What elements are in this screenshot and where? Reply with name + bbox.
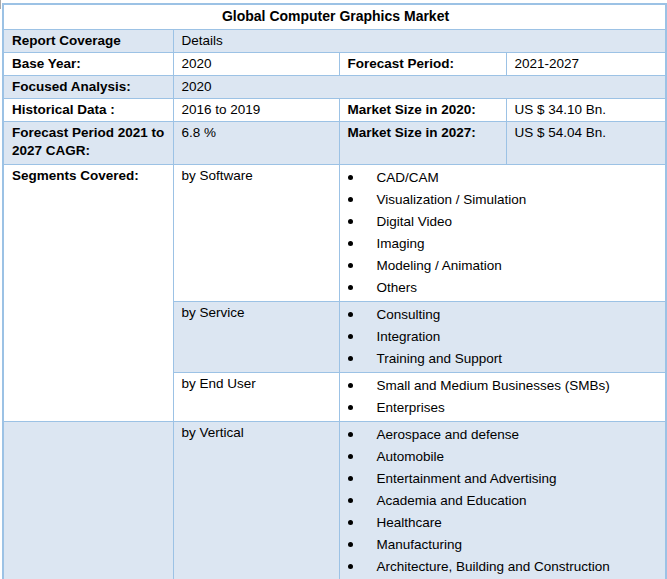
list-item: Manufacturing <box>348 534 660 556</box>
list-item-label: Manufacturing <box>377 534 463 556</box>
empty-cell <box>3 421 173 579</box>
cagr-value: 6.8 % <box>173 121 339 164</box>
list-item-label: Others <box>377 277 418 299</box>
list-item-label: CAD/CAM <box>377 167 439 189</box>
segment-items-end-user: Small and Medium Businesses (SMBs) Enter… <box>339 372 666 421</box>
list-item-label: Automobile <box>377 446 445 468</box>
report-coverage-table-page: Global Computer Graphics Market Report C… <box>0 0 667 579</box>
bullet-icon <box>348 454 353 459</box>
market-size-2027-value: US $ 54.04 Bn. <box>506 121 666 164</box>
bullet-icon <box>348 175 353 180</box>
table-handle-top-left <box>0 0 1 9</box>
list-item-label: Visualization / Simulation <box>377 189 527 211</box>
bullet-icon <box>348 312 353 317</box>
bullet-icon <box>348 476 353 481</box>
segment-name-vertical: by Vertical <box>173 421 339 579</box>
list-item: Visualization / Simulation <box>348 189 660 211</box>
list-item: CAD/CAM <box>348 167 660 189</box>
bullet-icon <box>348 432 353 437</box>
list-item-label: Digital Video <box>377 211 453 233</box>
list-item: Integration <box>348 326 660 348</box>
list-item: Automobile <box>348 446 660 468</box>
list-item: Healthcare <box>348 512 660 534</box>
segments-covered-label: Segments Covered: <box>3 164 173 421</box>
table-row: by Vertical Aerospace and defense Automo… <box>3 421 666 579</box>
market-size-2020-value: US $ 34.10 Bn. <box>506 98 666 121</box>
market-size-2027-label: Market Size in 2027: <box>339 121 506 164</box>
list-item: Others <box>348 277 660 299</box>
forecast-period-label: Forecast Period: <box>339 52 506 75</box>
focused-analysis-value: 2020 <box>173 75 666 98</box>
report-coverage-value: Details <box>173 29 666 52</box>
page-title: Global Computer Graphics Market <box>3 4 666 29</box>
historical-data-value: 2016 to 2019 <box>173 98 339 121</box>
segment-name-service: by Service <box>173 301 339 372</box>
bullet-icon <box>348 197 353 202</box>
list-item: Training and Support <box>348 348 660 370</box>
segment-items-software: CAD/CAM Visualization / Simulation Digit… <box>339 164 666 301</box>
bullet-icon <box>348 219 353 224</box>
report-coverage-label: Report Coverage <box>3 29 173 52</box>
base-year-label: Base Year: <box>3 52 173 75</box>
list-item: Digital Video <box>348 211 660 233</box>
bullet-icon <box>348 564 353 569</box>
segment-name-software: by Software <box>173 164 339 301</box>
report-coverage-table: Global Computer Graphics Market Report C… <box>2 3 667 579</box>
forecast-period-value: 2021-2027 <box>506 52 666 75</box>
bullet-icon <box>348 520 353 525</box>
segment-items-vertical: Aerospace and defense Automobile Enterta… <box>339 421 666 579</box>
list-item-label: Imaging <box>377 233 425 255</box>
base-year-value: 2020 <box>173 52 339 75</box>
list-item: Imaging <box>348 233 660 255</box>
table-row: Report Coverage Details <box>3 29 666 52</box>
list-item-label: Architecture, Building and Construction <box>377 556 610 578</box>
list-item: Architecture, Building and Construction <box>348 556 660 578</box>
list-item-label: Healthcare <box>377 512 442 534</box>
table-row: Base Year: 2020 Forecast Period: 2021-20… <box>3 52 666 75</box>
market-size-2020-label: Market Size in 2020: <box>339 98 506 121</box>
bullet-icon <box>348 241 353 246</box>
bullet-icon <box>348 405 353 410</box>
list-item: Entertainment and Advertising <box>348 468 660 490</box>
focused-analysis-label: Focused Analysis: <box>3 75 173 98</box>
list-item-label: Enterprises <box>377 397 445 419</box>
list-item: Consulting <box>348 304 660 326</box>
list-item-label: Consulting <box>377 304 441 326</box>
list-item: Small and Medium Businesses (SMBs) <box>348 375 660 397</box>
segment-items-service: Consulting Integration Training and Supp… <box>339 301 666 372</box>
table-row: Focused Analysis: 2020 <box>3 75 666 98</box>
bullet-icon <box>348 285 353 290</box>
list-item: Academia and Education <box>348 490 660 512</box>
bullet-icon <box>348 383 353 388</box>
table-row: Forecast Period 2021 to 2027 CAGR: 6.8 %… <box>3 121 666 164</box>
cagr-label: Forecast Period 2021 to 2027 CAGR: <box>3 121 173 164</box>
list-item-label: Entertainment and Advertising <box>377 468 557 490</box>
bullet-icon <box>348 542 353 547</box>
list-item: Enterprises <box>348 397 660 419</box>
list-item: Modeling / Animation <box>348 255 660 277</box>
bullet-icon <box>348 356 353 361</box>
historical-data-label: Historical Data : <box>3 98 173 121</box>
list-item-label: Academia and Education <box>377 490 527 512</box>
table-row: Historical Data : 2016 to 2019 Market Si… <box>3 98 666 121</box>
list-item: Aerospace and defense <box>348 424 660 446</box>
bullet-icon <box>348 498 353 503</box>
table-row: Segments Covered: by Software CAD/CAM Vi… <box>3 164 666 301</box>
list-item-label: Training and Support <box>377 348 503 370</box>
segment-name-end-user: by End User <box>173 372 339 421</box>
list-item-label: Modeling / Animation <box>377 255 502 277</box>
bullet-icon <box>348 263 353 268</box>
list-item-label: Aerospace and defense <box>377 424 520 446</box>
list-item-label: Small and Medium Businesses (SMBs) <box>377 375 610 397</box>
table-row: Global Computer Graphics Market <box>3 4 666 29</box>
list-item-label: Integration <box>377 326 441 348</box>
bullet-icon <box>348 334 353 339</box>
